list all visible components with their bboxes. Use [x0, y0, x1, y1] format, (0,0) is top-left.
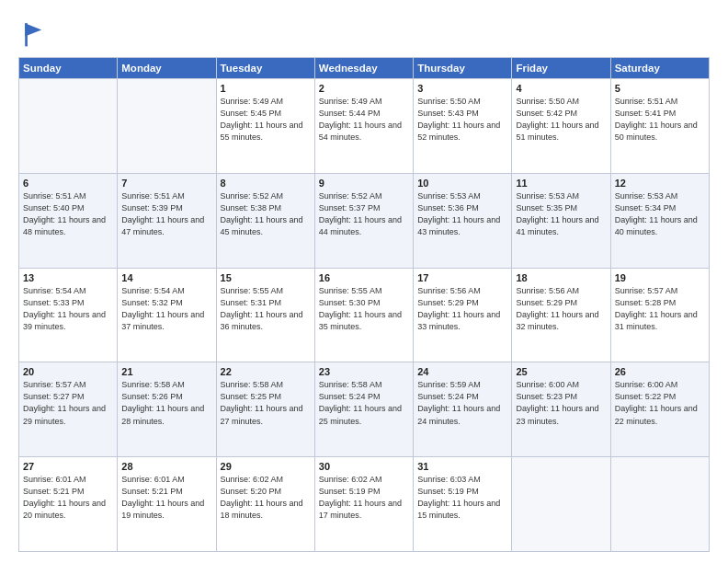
day-info: Sunrise: 5:59 AM Sunset: 5:24 PM Dayligh… [417, 379, 507, 427]
calendar-cell: 27Sunrise: 6:01 AM Sunset: 5:21 PM Dayli… [19, 457, 118, 552]
col-header-wednesday: Wednesday [314, 58, 413, 79]
calendar-cell: 6Sunrise: 5:51 AM Sunset: 5:40 PM Daylig… [19, 173, 118, 268]
col-header-thursday: Thursday [414, 58, 512, 79]
calendar-cell: 28Sunrise: 6:01 AM Sunset: 5:21 PM Dayli… [118, 457, 216, 552]
day-info: Sunrise: 6:00 AM Sunset: 5:23 PM Dayligh… [516, 379, 606, 427]
day-info: Sunrise: 5:54 AM Sunset: 5:33 PM Dayligh… [23, 285, 113, 333]
calendar-week-4: 20Sunrise: 5:57 AM Sunset: 5:27 PM Dayli… [19, 362, 710, 457]
day-number: 15 [221, 272, 311, 283]
day-info: Sunrise: 5:52 AM Sunset: 5:37 PM Dayligh… [319, 190, 409, 238]
day-number: 1 [221, 83, 311, 94]
day-info: Sunrise: 5:50 AM Sunset: 5:42 PM Dayligh… [516, 96, 606, 144]
calendar-cell [118, 79, 216, 174]
day-number: 17 [417, 272, 507, 283]
day-info: Sunrise: 6:02 AM Sunset: 5:19 PM Dayligh… [319, 474, 409, 522]
calendar-cell: 18Sunrise: 5:56 AM Sunset: 5:29 PM Dayli… [512, 268, 610, 362]
day-number: 18 [516, 272, 606, 283]
day-number: 10 [417, 178, 507, 189]
svg-rect-0 [20, 18, 50, 48]
col-header-saturday: Saturday [610, 58, 709, 79]
calendar-cell: 31Sunrise: 6:03 AM Sunset: 5:19 PM Dayli… [414, 457, 512, 552]
day-info: Sunrise: 5:52 AM Sunset: 5:38 PM Dayligh… [221, 190, 311, 238]
calendar-cell [512, 457, 610, 552]
day-info: Sunrise: 5:57 AM Sunset: 5:28 PM Dayligh… [615, 285, 705, 333]
day-number: 6 [23, 178, 113, 189]
day-info: Sunrise: 6:01 AM Sunset: 5:21 PM Dayligh… [121, 474, 211, 522]
calendar-cell: 7Sunrise: 5:51 AM Sunset: 5:39 PM Daylig… [118, 173, 216, 268]
day-number: 23 [319, 366, 409, 377]
day-info: Sunrise: 6:01 AM Sunset: 5:21 PM Dayligh… [23, 474, 113, 522]
day-info: Sunrise: 5:51 AM Sunset: 5:40 PM Dayligh… [23, 190, 113, 238]
day-info: Sunrise: 6:00 AM Sunset: 5:22 PM Dayligh… [615, 379, 705, 427]
day-info: Sunrise: 5:49 AM Sunset: 5:45 PM Dayligh… [221, 96, 311, 144]
day-number: 12 [615, 178, 705, 189]
calendar-cell: 3Sunrise: 5:50 AM Sunset: 5:43 PM Daylig… [414, 79, 512, 174]
day-number: 27 [23, 461, 113, 472]
calendar-cell: 15Sunrise: 5:55 AM Sunset: 5:31 PM Dayli… [216, 268, 314, 362]
page: SundayMondayTuesdayWednesdayThursdayFrid… [0, 0, 728, 563]
day-info: Sunrise: 5:51 AM Sunset: 5:41 PM Dayligh… [615, 96, 705, 144]
calendar-week-3: 13Sunrise: 5:54 AM Sunset: 5:33 PM Dayli… [19, 268, 710, 362]
day-number: 21 [121, 366, 211, 377]
calendar-cell: 13Sunrise: 5:54 AM Sunset: 5:33 PM Dayli… [19, 268, 118, 362]
calendar-cell: 4Sunrise: 5:50 AM Sunset: 5:42 PM Daylig… [512, 79, 610, 174]
calendar-cell: 22Sunrise: 5:58 AM Sunset: 5:25 PM Dayli… [216, 362, 314, 457]
calendar-cell: 17Sunrise: 5:56 AM Sunset: 5:29 PM Dayli… [414, 268, 512, 362]
day-number: 25 [516, 366, 606, 377]
day-info: Sunrise: 5:55 AM Sunset: 5:31 PM Dayligh… [221, 285, 311, 333]
day-info: Sunrise: 5:57 AM Sunset: 5:27 PM Dayligh… [23, 379, 113, 427]
calendar-cell: 2Sunrise: 5:49 AM Sunset: 5:44 PM Daylig… [314, 79, 413, 174]
day-number: 9 [319, 178, 409, 189]
day-info: Sunrise: 5:54 AM Sunset: 5:32 PM Dayligh… [121, 285, 211, 333]
calendar-cell: 9Sunrise: 5:52 AM Sunset: 5:37 PM Daylig… [314, 173, 413, 268]
col-header-monday: Monday [118, 58, 216, 79]
logo [18, 17, 55, 50]
calendar-cell: 16Sunrise: 5:55 AM Sunset: 5:30 PM Dayli… [314, 268, 413, 362]
calendar-cell: 21Sunrise: 5:58 AM Sunset: 5:26 PM Dayli… [118, 362, 216, 457]
calendar-week-1: 1Sunrise: 5:49 AM Sunset: 5:45 PM Daylig… [19, 79, 710, 174]
calendar-cell: 5Sunrise: 5:51 AM Sunset: 5:41 PM Daylig… [610, 79, 709, 174]
day-number: 13 [23, 272, 113, 283]
day-number: 7 [121, 178, 211, 189]
day-info: Sunrise: 5:49 AM Sunset: 5:44 PM Dayligh… [319, 96, 409, 144]
day-info: Sunrise: 5:53 AM Sunset: 5:36 PM Dayligh… [417, 190, 507, 238]
day-info: Sunrise: 5:55 AM Sunset: 5:30 PM Dayligh… [319, 285, 409, 333]
calendar: SundayMondayTuesdayWednesdayThursdayFrid… [18, 57, 710, 552]
day-number: 19 [615, 272, 705, 283]
calendar-cell: 26Sunrise: 6:00 AM Sunset: 5:22 PM Dayli… [610, 362, 709, 457]
day-info: Sunrise: 5:53 AM Sunset: 5:35 PM Dayligh… [516, 190, 606, 238]
day-number: 2 [319, 83, 409, 94]
calendar-cell [19, 79, 118, 174]
calendar-cell: 29Sunrise: 6:02 AM Sunset: 5:20 PM Dayli… [216, 457, 314, 552]
col-header-friday: Friday [512, 58, 610, 79]
calendar-cell: 10Sunrise: 5:53 AM Sunset: 5:36 PM Dayli… [414, 173, 512, 268]
day-number: 8 [221, 178, 311, 189]
calendar-cell: 19Sunrise: 5:57 AM Sunset: 5:28 PM Dayli… [610, 268, 709, 362]
day-number: 4 [516, 83, 606, 94]
col-header-sunday: Sunday [19, 58, 118, 79]
calendar-cell: 20Sunrise: 5:57 AM Sunset: 5:27 PM Dayli… [19, 362, 118, 457]
calendar-cell: 30Sunrise: 6:02 AM Sunset: 5:19 PM Dayli… [314, 457, 413, 552]
day-number: 16 [319, 272, 409, 283]
day-info: Sunrise: 5:51 AM Sunset: 5:39 PM Dayligh… [121, 190, 211, 238]
calendar-week-5: 27Sunrise: 6:01 AM Sunset: 5:21 PM Dayli… [19, 457, 710, 552]
day-info: Sunrise: 5:53 AM Sunset: 5:34 PM Dayligh… [615, 190, 705, 238]
calendar-week-2: 6Sunrise: 5:51 AM Sunset: 5:40 PM Daylig… [19, 173, 710, 268]
day-number: 5 [615, 83, 705, 94]
day-number: 26 [615, 366, 705, 377]
calendar-header-row: SundayMondayTuesdayWednesdayThursdayFrid… [19, 58, 710, 79]
day-number: 20 [23, 366, 113, 377]
calendar-cell: 25Sunrise: 6:00 AM Sunset: 5:23 PM Dayli… [512, 362, 610, 457]
day-number: 22 [221, 366, 311, 377]
day-info: Sunrise: 5:50 AM Sunset: 5:43 PM Dayligh… [417, 96, 507, 144]
svg-rect-2 [25, 23, 28, 46]
day-info: Sunrise: 5:58 AM Sunset: 5:25 PM Dayligh… [221, 379, 311, 427]
calendar-cell: 23Sunrise: 5:58 AM Sunset: 5:24 PM Dayli… [314, 362, 413, 457]
day-info: Sunrise: 5:58 AM Sunset: 5:24 PM Dayligh… [319, 379, 409, 427]
day-number: 11 [516, 178, 606, 189]
calendar-cell: 8Sunrise: 5:52 AM Sunset: 5:38 PM Daylig… [216, 173, 314, 268]
calendar-cell: 24Sunrise: 5:59 AM Sunset: 5:24 PM Dayli… [414, 362, 512, 457]
calendar-cell: 12Sunrise: 5:53 AM Sunset: 5:34 PM Dayli… [610, 173, 709, 268]
day-info: Sunrise: 5:58 AM Sunset: 5:26 PM Dayligh… [121, 379, 211, 427]
day-info: Sunrise: 6:03 AM Sunset: 5:19 PM Dayligh… [417, 474, 507, 522]
